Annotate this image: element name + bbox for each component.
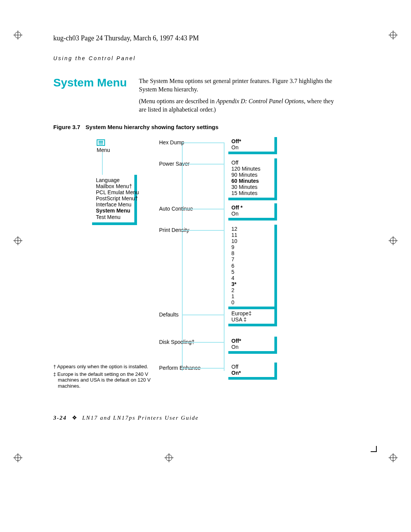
- footnotes: † Appears only when the option is instal…: [53, 364, 158, 390]
- option-value: Off *: [231, 204, 272, 211]
- option-value: 10: [231, 238, 272, 244]
- top-menu-item: Language: [96, 177, 132, 183]
- option-value: 8: [231, 250, 272, 256]
- option-box: 1211109876543*210: [228, 225, 277, 309]
- option-value: Off: [231, 160, 272, 166]
- running-head: Using the Control Panel: [53, 55, 136, 61]
- crop-mark-tr: [389, 30, 398, 40]
- option-value: 60 Minutes: [231, 178, 272, 184]
- option-value: 120 Minutes: [231, 166, 272, 172]
- crop-mark-bm: [164, 453, 174, 462]
- connector-line: [182, 315, 225, 315]
- top-menu-item: Mailbox Menu†: [96, 183, 132, 189]
- connector-line: [182, 142, 225, 143]
- submenu-label: Defaults: [159, 312, 178, 318]
- footer-title: LN17 and LN17ps Printers User Guide: [82, 415, 199, 421]
- option-value: 0: [231, 299, 272, 305]
- option-value: 2: [231, 287, 272, 293]
- submenu-label: Hex Dump: [159, 139, 184, 145]
- top-menu-item: PostScript Menu†: [96, 195, 132, 201]
- option-box: Europe‡USA ‡: [228, 309, 277, 326]
- connector-line: [224, 142, 225, 371]
- connector-line: [182, 164, 225, 165]
- top-menu-item: System Menu: [96, 208, 132, 214]
- crop-mark-br: [389, 453, 398, 462]
- option-value: 6: [231, 263, 272, 269]
- connector-line: [182, 230, 225, 231]
- crop-mark-ml: [13, 236, 22, 245]
- section-title: System Menu: [53, 76, 127, 89]
- option-value: Off*: [231, 338, 272, 344]
- option-value: 30 Minutes: [231, 184, 272, 190]
- intro-para-2: (Menu options are described in Appendix …: [139, 97, 337, 113]
- intro-para-1: The System Menu options set general prin…: [139, 77, 337, 93]
- menu-icon: [97, 139, 105, 146]
- connector-line: [182, 209, 225, 209]
- crop-corner: [371, 446, 377, 452]
- option-value: 9: [231, 244, 272, 250]
- framemaker-header: kug-ch03 Page 24 Thursday, March 6, 1997…: [53, 34, 199, 42]
- option-value: 7: [231, 256, 272, 262]
- option-box: Off120 Minutes90 Minutes60 Minutes30 Min…: [228, 158, 277, 200]
- intro-text: The System Menu options set general prin…: [139, 77, 337, 113]
- option-value: 4: [231, 275, 272, 281]
- option-box: Off*On: [228, 337, 277, 354]
- menu-hierarchy-diagram: Menu LanguageMailbox Menu†PCL Emulat Men…: [53, 137, 331, 388]
- option-value: Off: [231, 364, 272, 370]
- option-value: USA ‡: [231, 316, 272, 323]
- option-value: 5: [231, 269, 272, 275]
- crop-mark-tl: [13, 30, 22, 40]
- option-value: Europe‡: [231, 310, 272, 316]
- option-value: 12: [231, 226, 272, 232]
- crop-mark-mr: [389, 236, 398, 245]
- option-value: Off*: [231, 138, 272, 144]
- separator-diamond: ❖: [69, 415, 80, 421]
- footnote: ‡ Europe is the default setting on the 2…: [53, 371, 158, 389]
- option-box: Off *On: [228, 203, 277, 220]
- option-value: On: [231, 344, 272, 350]
- top-menu-item: Interface Menu: [96, 201, 132, 208]
- figure-caption: Figure 3.7System Menu hierarchy showing …: [53, 124, 218, 130]
- menu-label: Menu: [97, 147, 110, 153]
- option-value: 3*: [231, 281, 272, 287]
- top-menu-item: PCL Emulat Menu: [96, 189, 132, 195]
- option-value: 11: [231, 232, 272, 238]
- option-value: On: [231, 211, 272, 217]
- option-value: 90 Minutes: [231, 172, 272, 178]
- top-menu-item: Test Menu: [96, 214, 132, 220]
- page-number: 3-24: [53, 415, 67, 421]
- footnote: † Appears only when the option is instal…: [53, 364, 158, 370]
- option-box: OffOn*: [228, 363, 277, 380]
- connector-line: [182, 342, 225, 343]
- option-value: 15 Minutes: [231, 190, 272, 196]
- option-value: On*: [231, 370, 272, 376]
- top-menu-box: LanguageMailbox Menu†PCL Emulat MenuPost…: [92, 175, 137, 225]
- option-box: Off*On: [228, 137, 277, 154]
- connector-line: [182, 142, 183, 371]
- page-footer: 3-24 ❖ LN17 and LN17ps Printers User Gui…: [53, 414, 199, 421]
- option-value: On: [231, 144, 272, 150]
- option-value: 1: [231, 293, 272, 299]
- crop-mark-bl: [13, 453, 22, 462]
- connector-line: [182, 368, 225, 369]
